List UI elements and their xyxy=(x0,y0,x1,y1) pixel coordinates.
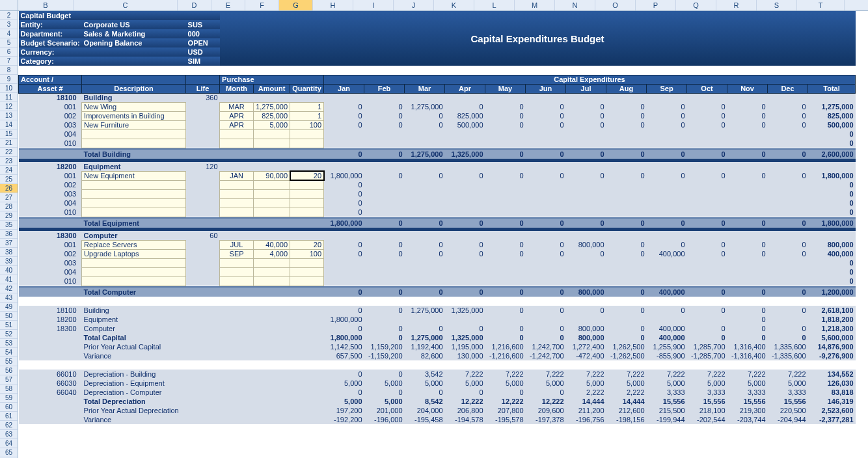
col-header-I[interactable]: I xyxy=(353,0,394,10)
asset-desc[interactable] xyxy=(82,276,186,286)
row-header-39[interactable]: 39 xyxy=(0,257,18,266)
row-header-9[interactable]: 9 xyxy=(0,75,18,84)
row-header-14[interactable]: 14 xyxy=(0,120,18,129)
row-header-7[interactable]: 7 xyxy=(0,57,18,66)
row-header-53[interactable]: 53 xyxy=(0,339,18,348)
col-header-B[interactable]: B xyxy=(18,0,74,10)
row-header-3[interactable]: 3 xyxy=(0,20,18,29)
purchase-amount[interactable] xyxy=(254,258,290,267)
row-header-51[interactable]: 51 xyxy=(0,321,18,330)
purchase-amount[interactable]: 90,000 xyxy=(254,171,290,180)
asset-desc[interactable]: New Wing xyxy=(82,102,186,111)
row-header-5[interactable]: 5 xyxy=(0,38,18,47)
row-header-26[interactable]: 26 xyxy=(0,184,18,193)
row-header-12[interactable]: 12 xyxy=(0,102,18,111)
purchase-amount[interactable] xyxy=(254,129,290,139)
purchase-qty[interactable]: 1 xyxy=(290,111,324,120)
purchase-amount[interactable]: 825,000 xyxy=(254,111,290,120)
purchase-qty[interactable]: 100 xyxy=(290,249,324,258)
row-header-41[interactable]: 41 xyxy=(0,275,18,284)
asset-desc[interactable]: Replace Servers xyxy=(82,240,186,249)
row-header-11[interactable]: 11 xyxy=(0,93,18,102)
col-header-D[interactable]: D xyxy=(178,0,211,10)
purchase-month[interactable] xyxy=(220,180,254,189)
row-header-55[interactable]: 55 xyxy=(0,357,18,366)
purchase-amount[interactable]: 5,000 xyxy=(254,120,290,129)
row-header-15[interactable]: 15 xyxy=(0,129,18,139)
row-header-36[interactable]: 36 xyxy=(0,230,18,239)
purchase-month[interactable] xyxy=(220,267,254,276)
row-header-22[interactable]: 22 xyxy=(0,148,18,157)
col-header-S[interactable]: S xyxy=(757,0,797,10)
purchase-amount[interactable]: 1,275,000 xyxy=(254,102,290,111)
purchase-qty[interactable] xyxy=(290,180,324,189)
row-header-52[interactable]: 52 xyxy=(0,330,18,339)
col-header-F[interactable]: F xyxy=(245,0,279,10)
row-header-8[interactable]: 8 xyxy=(0,66,18,75)
row-header-2[interactable]: 2 xyxy=(0,11,18,20)
row-header-40[interactable]: 40 xyxy=(0,266,18,275)
col-header-T[interactable]: T xyxy=(797,0,845,10)
row-header-38[interactable]: 38 xyxy=(0,248,18,257)
row-header-62[interactable]: 62 xyxy=(0,421,18,430)
purchase-month[interactable] xyxy=(220,189,254,198)
col-header-G[interactable]: G xyxy=(279,0,313,10)
purchase-amount[interactable] xyxy=(254,180,290,189)
row-header-64[interactable]: 64 xyxy=(0,439,18,448)
row-header-58[interactable]: 58 xyxy=(0,384,18,394)
row-header-61[interactable]: 61 xyxy=(0,412,18,421)
purchase-month[interactable] xyxy=(220,198,254,208)
col-header-O[interactable]: O xyxy=(595,0,636,10)
asset-desc[interactable] xyxy=(82,208,186,217)
asset-desc[interactable] xyxy=(82,258,186,267)
asset-desc[interactable]: Upgrade Laptops xyxy=(82,249,186,258)
row-header-59[interactable]: 59 xyxy=(0,394,18,403)
col-header-C[interactable]: C xyxy=(74,0,178,10)
row-header-24[interactable]: 24 xyxy=(0,166,18,175)
row-header-4[interactable]: 4 xyxy=(0,29,18,38)
row-header-27[interactable]: 27 xyxy=(0,193,18,202)
purchase-amount[interactable] xyxy=(254,139,290,148)
grid-area[interactable]: Capital BudgetCapital Expenditures Budge… xyxy=(18,11,856,433)
row-header-10[interactable]: 10 xyxy=(0,84,18,93)
row-header-29[interactable]: 29 xyxy=(0,211,18,221)
row-header-37[interactable]: 37 xyxy=(0,239,18,248)
purchase-qty[interactable] xyxy=(290,139,324,148)
asset-desc[interactable]: New Equipment xyxy=(82,171,186,180)
row-header-23[interactable]: 23 xyxy=(0,157,18,166)
row-header-13[interactable]: 13 xyxy=(0,111,18,120)
col-header-E[interactable]: E xyxy=(211,0,245,10)
asset-desc[interactable] xyxy=(82,180,186,189)
row-header-65[interactable]: 65 xyxy=(0,448,18,457)
row-header-35[interactable]: 35 xyxy=(0,221,18,230)
asset-desc[interactable]: New Furniture xyxy=(82,120,186,129)
asset-desc[interactable] xyxy=(82,189,186,198)
purchase-month[interactable]: APR xyxy=(220,120,254,129)
col-header-Q[interactable]: Q xyxy=(676,0,716,10)
purchase-month[interactable] xyxy=(220,129,254,139)
purchase-qty[interactable]: 20 xyxy=(290,240,324,249)
purchase-qty[interactable] xyxy=(290,198,324,208)
purchase-month[interactable] xyxy=(220,139,254,148)
purchase-qty[interactable] xyxy=(290,258,324,267)
purchase-amount[interactable] xyxy=(254,276,290,286)
purchase-qty[interactable]: 100 xyxy=(290,120,324,129)
row-header-25[interactable]: 25 xyxy=(0,175,18,184)
row-header-57[interactable]: 57 xyxy=(0,375,18,384)
asset-desc[interactable] xyxy=(82,198,186,208)
purchase-month[interactable] xyxy=(220,276,254,286)
purchase-qty[interactable] xyxy=(290,208,324,217)
purchase-amount[interactable]: 40,000 xyxy=(254,240,290,249)
purchase-qty[interactable] xyxy=(290,129,324,139)
row-header-50[interactable]: 50 xyxy=(0,312,18,321)
asset-desc[interactable] xyxy=(82,139,186,148)
purchase-month[interactable]: APR xyxy=(220,111,254,120)
purchase-qty[interactable] xyxy=(290,276,324,286)
row-header-28[interactable]: 28 xyxy=(0,202,18,211)
purchase-amount[interactable] xyxy=(254,208,290,217)
col-header-H[interactable]: H xyxy=(313,0,353,10)
asset-desc[interactable] xyxy=(82,267,186,276)
col-header-N[interactable]: N xyxy=(555,0,595,10)
purchase-month[interactable]: SEP xyxy=(220,249,254,258)
col-header-M[interactable]: M xyxy=(515,0,555,10)
